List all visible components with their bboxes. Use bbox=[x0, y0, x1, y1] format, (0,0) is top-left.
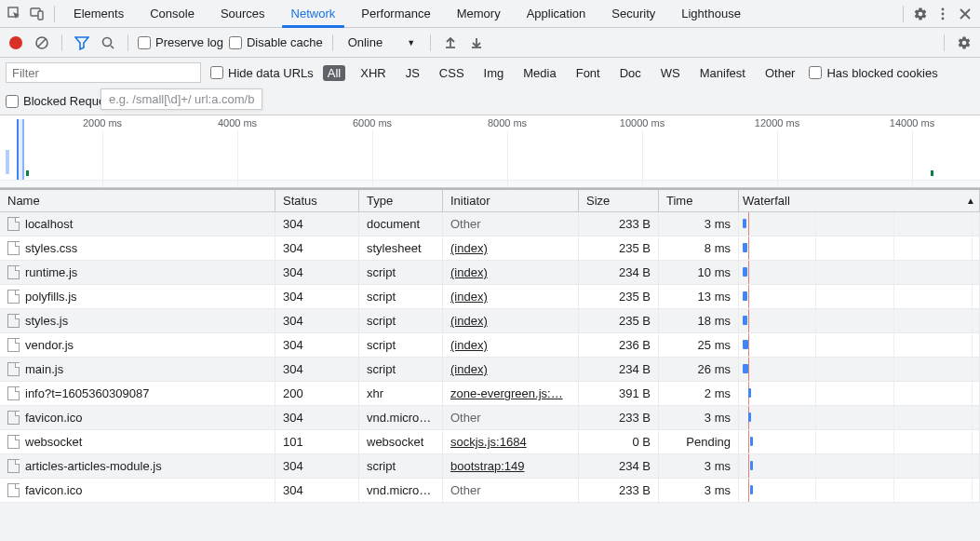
cell-waterfall bbox=[739, 309, 980, 332]
inspect-element-icon[interactable] bbox=[4, 3, 26, 25]
tab-application[interactable]: Application bbox=[514, 0, 599, 27]
cell-size: 233 B bbox=[579, 479, 659, 502]
tab-console[interactable]: Console bbox=[137, 0, 208, 27]
table-row[interactable]: vendor.js304script(index)236 B25 ms bbox=[0, 333, 980, 358]
search-icon[interactable] bbox=[98, 33, 118, 53]
filter-type-css[interactable]: CSS bbox=[435, 65, 469, 81]
table-row[interactable]: main.js304script(index)234 B26 ms bbox=[0, 358, 980, 382]
request-name: favicon.ico bbox=[25, 483, 82, 497]
cell-status: 304 bbox=[275, 285, 359, 308]
hide-data-urls-checkbox[interactable]: Hide data URLs bbox=[210, 66, 314, 80]
filter-type-ws[interactable]: WS bbox=[656, 65, 685, 81]
disable-cache-checkbox[interactable]: Disable cache bbox=[229, 35, 323, 49]
timeline-overview[interactable]: 2000 ms4000 ms6000 ms8000 ms10000 ms1200… bbox=[0, 115, 980, 188]
throttling-value: Online bbox=[348, 35, 383, 49]
filter-toggle-icon[interactable] bbox=[72, 33, 92, 53]
preserve-log-input[interactable] bbox=[138, 36, 151, 49]
tab-sources[interactable]: Sources bbox=[208, 0, 278, 27]
has-blocked-cookies-input[interactable] bbox=[809, 66, 822, 79]
throttling-select[interactable]: Online ▼ bbox=[342, 35, 422, 49]
tab-security[interactable]: Security bbox=[598, 0, 668, 27]
initiator-link[interactable]: (index) bbox=[450, 265, 488, 279]
initiator-link[interactable]: (index) bbox=[450, 290, 488, 304]
cell-name: favicon.ico bbox=[0, 406, 275, 429]
disable-cache-input[interactable] bbox=[229, 36, 242, 49]
filter-type-other[interactable]: Other bbox=[760, 65, 800, 81]
cell-time: 25 ms bbox=[659, 333, 739, 357]
filter-type-manifest[interactable]: Manifest bbox=[695, 65, 750, 81]
cell-initiator: (index) bbox=[443, 309, 579, 332]
initiator-link[interactable]: zone-evergreen.js:… bbox=[450, 386, 563, 400]
toggle-device-toolbar-icon[interactable] bbox=[26, 3, 48, 25]
network-settings-gear-icon[interactable] bbox=[954, 33, 974, 53]
cell-initiator: (index) bbox=[443, 333, 579, 357]
table-row[interactable]: styles.js304script(index)235 B18 ms bbox=[0, 309, 980, 333]
cell-size: 233 B bbox=[579, 406, 659, 429]
table-row[interactable]: articles-articles-module.js304scriptboot… bbox=[0, 454, 980, 479]
import-har-icon[interactable] bbox=[440, 33, 461, 53]
preserve-log-checkbox[interactable]: Preserve log bbox=[138, 35, 223, 49]
initiator-link[interactable]: (index) bbox=[450, 338, 488, 352]
hide-data-urls-input[interactable] bbox=[210, 66, 223, 79]
has-blocked-cookies-checkbox[interactable]: Has blocked cookies bbox=[809, 66, 937, 80]
col-status[interactable]: Status bbox=[275, 190, 359, 211]
filter-type-media[interactable]: Media bbox=[518, 65, 560, 81]
initiator-link[interactable]: (index) bbox=[450, 241, 488, 255]
cell-time: 13 ms bbox=[659, 285, 739, 308]
initiator-link[interactable]: (index) bbox=[450, 314, 488, 328]
cell-time: Pending bbox=[659, 430, 739, 453]
close-devtools-icon[interactable] bbox=[954, 3, 976, 25]
col-waterfall[interactable]: Waterfall ▲ bbox=[739, 190, 980, 211]
clear-button[interactable] bbox=[32, 33, 52, 53]
table-row[interactable]: styles.css304stylesheet(index)235 B8 ms bbox=[0, 237, 980, 261]
cell-waterfall bbox=[739, 358, 980, 381]
table-row[interactable]: info?t=1605360309087200xhrzone-evergreen… bbox=[0, 382, 980, 406]
export-har-icon[interactable] bbox=[466, 33, 487, 53]
cell-time: 26 ms bbox=[659, 358, 739, 381]
col-type[interactable]: Type bbox=[359, 190, 443, 211]
filter-type-font[interactable]: Font bbox=[571, 65, 605, 81]
file-icon bbox=[7, 265, 20, 279]
tab-elements[interactable]: Elements bbox=[60, 0, 137, 27]
disable-cache-label: Disable cache bbox=[247, 35, 323, 49]
tab-network[interactable]: Network bbox=[278, 0, 349, 27]
cell-time: 3 ms bbox=[659, 406, 739, 429]
tab-performance[interactable]: Performance bbox=[348, 0, 443, 27]
cell-size: 234 B bbox=[579, 358, 659, 381]
table-row[interactable]: favicon.ico304vnd.micro…Other233 B3 ms bbox=[0, 406, 980, 430]
table-row[interactable]: runtime.js304script(index)234 B10 ms bbox=[0, 261, 980, 285]
initiator-link[interactable]: bootstrap:149 bbox=[450, 459, 525, 473]
cell-name: main.js bbox=[0, 358, 275, 381]
filter-type-all[interactable]: All bbox=[323, 65, 345, 81]
col-size[interactable]: Size bbox=[579, 190, 659, 211]
filter-type-xhr[interactable]: XHR bbox=[356, 65, 390, 81]
cell-time: 18 ms bbox=[659, 309, 739, 332]
record-button[interactable] bbox=[6, 33, 26, 53]
cell-time: 2 ms bbox=[659, 382, 739, 405]
col-name[interactable]: Name bbox=[0, 190, 275, 211]
filter-type-js[interactable]: JS bbox=[401, 65, 424, 81]
blocked-requests-input[interactable] bbox=[6, 95, 19, 108]
filter-type-img[interactable]: Img bbox=[479, 65, 509, 81]
cell-initiator: zone-evergreen.js:… bbox=[443, 382, 579, 405]
settings-gear-icon[interactable] bbox=[909, 3, 932, 25]
cell-type: script bbox=[359, 454, 443, 478]
table-row[interactable]: websocket101websocketsockjs.js:16840 BPe… bbox=[0, 430, 980, 454]
kebab-menu-icon[interactable] bbox=[932, 3, 954, 25]
cell-waterfall bbox=[739, 454, 980, 478]
svg-point-5 bbox=[942, 17, 945, 20]
cell-initiator: sockjs.js:1684 bbox=[443, 430, 579, 453]
tab-lighthouse[interactable]: Lighthouse bbox=[668, 0, 754, 27]
initiator-link[interactable]: (index) bbox=[450, 362, 488, 376]
filter-input[interactable] bbox=[6, 62, 201, 83]
tab-memory[interactable]: Memory bbox=[444, 0, 514, 27]
table-row[interactable]: polyfills.js304script(index)235 B13 ms bbox=[0, 285, 980, 309]
table-row[interactable]: localhost304documentOther233 B3 ms bbox=[0, 212, 980, 237]
col-time[interactable]: Time bbox=[659, 190, 739, 211]
table-row[interactable]: favicon.ico304vnd.micro…Other233 B3 ms bbox=[0, 479, 980, 503]
initiator-link[interactable]: sockjs.js:1684 bbox=[450, 435, 527, 449]
filter-type-doc[interactable]: Doc bbox=[615, 65, 646, 81]
request-name: favicon.ico bbox=[25, 411, 82, 425]
cell-type: stylesheet bbox=[359, 237, 443, 260]
col-initiator[interactable]: Initiator bbox=[443, 190, 579, 211]
